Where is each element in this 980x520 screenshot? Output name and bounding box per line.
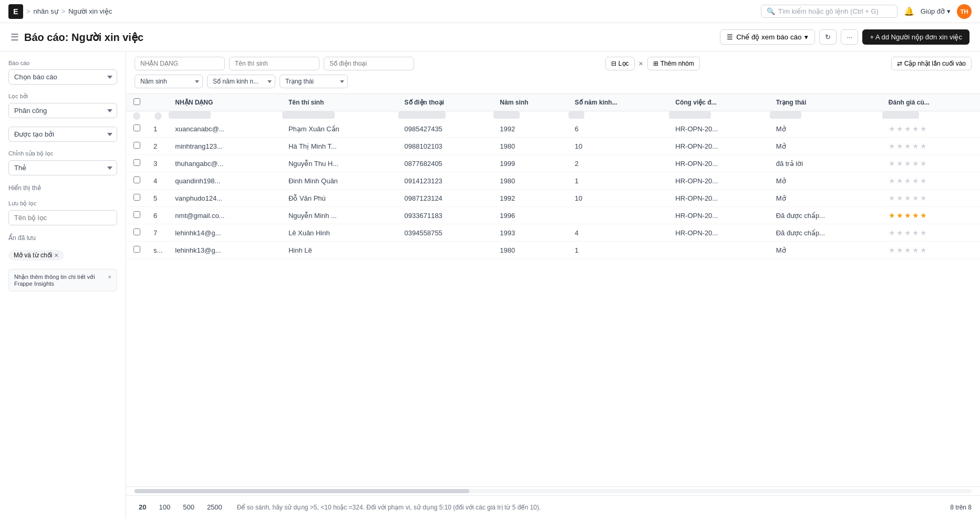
page-size-2500[interactable]: 2500 <box>203 501 226 513</box>
report-mode-button[interactable]: ☰ Chế độ xem báo cáo ▾ <box>720 29 815 45</box>
notification-close-icon[interactable]: × <box>108 274 111 280</box>
add-group-button[interactable]: ⊞ Thêm nhóm <box>647 57 700 70</box>
th-danh-gia[interactable]: Đánh giá cù... <box>882 94 980 111</box>
phone-filter-input[interactable] <box>324 57 414 70</box>
star-icon[interactable]: ★ <box>896 124 903 133</box>
star-icon[interactable]: ★ <box>912 124 919 133</box>
star-icon[interactable]: ★ <box>896 159 903 168</box>
star-icon[interactable]: ★ <box>896 246 903 254</box>
star-icon[interactable]: ★ <box>912 246 919 254</box>
remove-filter-icon[interactable]: × <box>54 252 58 259</box>
star-icon[interactable]: ★ <box>912 211 919 220</box>
avatar[interactable]: TH <box>957 4 972 19</box>
star-icon[interactable]: ★ <box>920 228 927 237</box>
hamburger-icon[interactable]: ☰ <box>11 32 19 43</box>
nav-nhân-sự[interactable]: nhân sự <box>34 7 58 15</box>
bell-icon[interactable]: 🔔 <box>904 6 914 16</box>
star-icon[interactable]: ★ <box>912 159 919 168</box>
update-button[interactable]: ⇄ Cập nhật lần cuối vào <box>891 57 972 70</box>
nam-sinh-select[interactable]: Năm sinh <box>135 75 203 88</box>
star-icon[interactable]: ★ <box>920 246 927 254</box>
th-so-nam[interactable]: Số năm kinh... <box>569 94 669 111</box>
duoc-tao-boi-select[interactable]: Được tạo bởi <box>8 127 117 142</box>
row-checkbox[interactable] <box>133 211 140 218</box>
row-checkbox[interactable] <box>133 176 140 183</box>
cell-stars[interactable]: ★★★★★ <box>882 172 980 190</box>
the-select[interactable]: Thẻ <box>8 160 117 175</box>
search-box[interactable]: 🔍 Tìm kiếm hoặc gõ lệnh (Ctrl + G) <box>761 5 898 18</box>
star-icon[interactable]: ★ <box>904 124 911 133</box>
filter-clear-button[interactable]: × <box>639 59 643 68</box>
star-icon[interactable]: ★ <box>889 142 895 150</box>
an-da-luu-link[interactable]: Ẩn đã lưu <box>8 234 36 242</box>
star-icon[interactable]: ★ <box>920 176 927 185</box>
horizontal-scrollbar[interactable] <box>126 486 980 495</box>
row-checkbox[interactable] <box>133 228 140 235</box>
star-icon[interactable]: ★ <box>889 159 895 168</box>
row-checkbox[interactable] <box>133 124 140 131</box>
more-button[interactable]: ··· <box>841 29 858 45</box>
star-icon[interactable]: ★ <box>912 228 919 237</box>
add-applicant-button[interactable]: + A dd Người nộp đơn xin việc <box>862 29 969 45</box>
star-icon[interactable]: ★ <box>904 194 911 202</box>
select-all-checkbox[interactable] <box>133 98 140 105</box>
star-icon[interactable]: ★ <box>904 211 911 220</box>
th-cong-viec[interactable]: Công việc đ... <box>669 94 769 111</box>
trang-thai-select[interactable]: Trạng thái <box>280 75 348 88</box>
page-size-500[interactable]: 500 <box>179 501 199 513</box>
star-icon[interactable]: ★ <box>889 211 895 220</box>
star-icon[interactable]: ★ <box>920 124 927 133</box>
star-icon[interactable]: ★ <box>904 246 911 254</box>
help-button[interactable]: Giúp đỡ ▾ <box>921 7 951 15</box>
star-icon[interactable]: ★ <box>904 228 911 237</box>
star-icon[interactable]: ★ <box>889 124 895 133</box>
row-checkbox[interactable] <box>133 194 140 201</box>
page-size-100[interactable]: 100 <box>154 501 174 513</box>
th-phone[interactable]: Số điện thoại <box>398 94 494 111</box>
id-filter-input[interactable] <box>135 57 225 70</box>
star-icon[interactable]: ★ <box>920 142 927 150</box>
phan-cong-select[interactable]: Phân công <box>8 103 117 118</box>
star-icon[interactable]: ★ <box>896 194 903 202</box>
th-ten[interactable]: Tên thí sinh <box>282 94 398 111</box>
star-icon[interactable]: ★ <box>904 142 911 150</box>
row-checkbox[interactable] <box>133 246 140 253</box>
cell-stars[interactable]: ★★★★★ <box>882 207 980 224</box>
cell-stars[interactable]: ★★★★★ <box>882 120 980 138</box>
star-icon[interactable]: ★ <box>920 211 927 220</box>
name-filter-input[interactable] <box>229 57 319 70</box>
star-icon[interactable]: ★ <box>904 159 911 168</box>
hien-thi-the-link[interactable]: Hiển thị thẻ <box>8 184 41 192</box>
star-icon[interactable]: ★ <box>889 194 895 202</box>
star-icon[interactable]: ★ <box>896 142 903 150</box>
row-checkbox[interactable] <box>133 142 140 149</box>
filter-button[interactable]: ⊟ Lọc <box>605 57 635 70</box>
app-icon[interactable]: E <box>8 4 23 19</box>
star-icon[interactable]: ★ <box>912 194 919 202</box>
star-icon[interactable]: ★ <box>896 228 903 237</box>
star-icon[interactable]: ★ <box>912 176 919 185</box>
star-icon[interactable]: ★ <box>889 228 895 237</box>
star-icon[interactable]: ★ <box>920 194 927 202</box>
th-trang-thai[interactable]: Trạng thái <box>770 94 882 111</box>
star-icon[interactable]: ★ <box>912 142 919 150</box>
filter-name-input[interactable] <box>8 210 117 225</box>
cell-stars[interactable]: ★★★★★ <box>882 138 980 155</box>
chon-bao-cao-select[interactable]: Chọn báo cáo <box>8 69 117 85</box>
so-nam-select[interactable]: Số năm kinh n... <box>207 75 275 88</box>
th-nam-sinh[interactable]: Năm sinh <box>493 94 568 111</box>
page-size-20[interactable]: 20 <box>135 501 150 513</box>
star-icon[interactable]: ★ <box>889 246 895 254</box>
cell-stars[interactable]: ★★★★★ <box>882 242 980 259</box>
star-icon[interactable]: ★ <box>889 176 895 185</box>
star-icon[interactable]: ★ <box>904 176 911 185</box>
cell-stars[interactable]: ★★★★★ <box>882 190 980 207</box>
star-icon[interactable]: ★ <box>896 176 903 185</box>
row-checkbox[interactable] <box>133 159 140 166</box>
star-icon[interactable]: ★ <box>896 211 903 220</box>
cell-stars[interactable]: ★★★★★ <box>882 224 980 242</box>
star-icon[interactable]: ★ <box>920 159 927 168</box>
refresh-button[interactable]: ↻ <box>819 29 837 45</box>
cell-stars[interactable]: ★★★★★ <box>882 155 980 172</box>
th-nhan-dang[interactable]: NHẬN DẠNG <box>169 94 282 111</box>
